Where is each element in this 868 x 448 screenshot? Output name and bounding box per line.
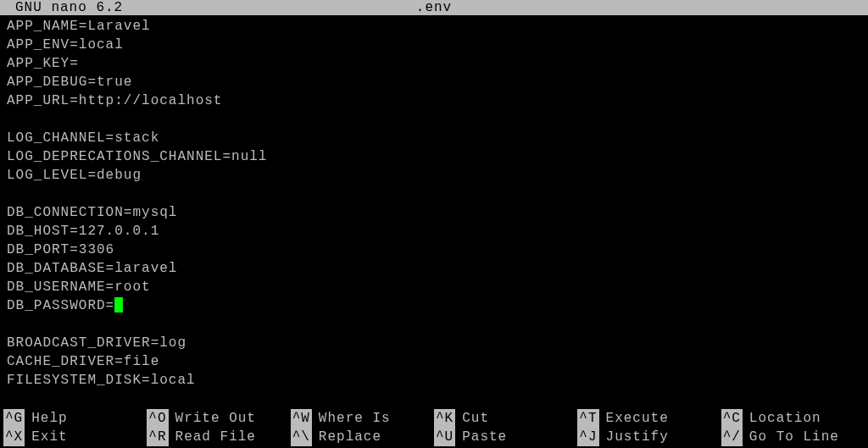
shortcut-key: ^W — [291, 409, 312, 428]
shortcut-item[interactable]: ^CLocation — [721, 409, 865, 428]
shortcut-key: ^K — [434, 409, 455, 428]
editor-line[interactable]: BROADCAST_DRIVER=log — [7, 334, 861, 352]
shortcut-key: ^X — [3, 428, 25, 446]
cursor — [114, 297, 123, 312]
shortcut-key: ^G — [3, 409, 25, 428]
line-text: APP_ENV=local — [7, 37, 124, 53]
editor-line[interactable]: APP_URL=http://localhost — [7, 91, 861, 110]
line-text: FILESYSTEM_DISK=local — [7, 373, 196, 388]
editor-line[interactable]: DB_USERNAME=root — [7, 278, 861, 296]
editor-line[interactable]: APP_NAME=Laravel — [7, 17, 861, 36]
shortcut-key: ^J — [577, 428, 598, 446]
editor-line[interactable]: DB_HOST=127.0.0.1 — [7, 222, 861, 241]
editor-line[interactable]: DB_CONNECTION=mysql — [7, 203, 861, 222]
shortcut-label: Justify — [606, 428, 669, 446]
editor-line[interactable] — [7, 185, 861, 203]
editor-line[interactable]: LOG_LEVEL=debug — [7, 166, 861, 185]
line-text: APP_NAME=Laravel — [7, 19, 151, 34]
shortcut-label: Paste — [462, 428, 507, 446]
line-text: DB_DATABASE=laravel — [7, 261, 177, 276]
shortcut-key: ^U — [434, 428, 455, 446]
editor-line[interactable]: LOG_CHANNEL=stack — [7, 129, 861, 147]
shortcut-item[interactable]: ^UPaste — [434, 428, 577, 446]
shortcut-key: ^\ — [291, 428, 312, 446]
editor-line[interactable]: FILESYSTEM_DISK=local — [7, 371, 861, 390]
shortcut-key: ^O — [147, 409, 168, 428]
editor-line[interactable]: CACHE_DRIVER=file — [7, 352, 861, 371]
shortcut-label: Location — [749, 409, 821, 428]
line-text: LOG_LEVEL=debug — [7, 168, 142, 183]
shortcut-key: ^/ — [721, 428, 743, 446]
line-text: DB_CONNECTION=mysql — [7, 205, 177, 220]
editor-line[interactable] — [7, 110, 861, 129]
shortcut-label: Write Out — [175, 409, 256, 428]
shortcut-label: Cut — [462, 409, 489, 428]
shortcut-label: Read File — [175, 428, 256, 446]
editor-line[interactable]: APP_KEY= — [7, 54, 861, 73]
shortcut-item[interactable]: ^WWhere Is — [291, 409, 434, 428]
line-text: DB_USERNAME=root — [7, 279, 151, 295]
shortcut-key: ^C — [721, 409, 743, 428]
editor-line[interactable]: DB_PASSWORD= — [7, 296, 861, 315]
shortcut-label: Exit — [31, 428, 67, 446]
line-text: LOG_DEPRECATIONS_CHANNEL=null — [7, 149, 267, 164]
editor-line[interactable]: APP_ENV=local — [7, 36, 861, 54]
filename: .env — [416, 0, 452, 15]
shortcut-item[interactable]: ^RRead File — [147, 428, 290, 446]
line-text: BROADCAST_DRIVER=log — [7, 335, 186, 351]
line-text: DB_HOST=127.0.0.1 — [7, 224, 159, 239]
shortcut-item[interactable]: ^/Go To Line — [721, 428, 865, 446]
editor-line[interactable]: LOG_DEPRECATIONS_CHANNEL=null — [7, 147, 861, 166]
shortcut-item[interactable]: ^\Replace — [291, 428, 434, 446]
line-text: APP_DEBUG=true — [7, 75, 132, 90]
shortcut-label: Where Is — [319, 409, 391, 428]
line-text: APP_URL=http://localhost — [7, 93, 222, 108]
shortcut-key: ^T — [577, 409, 598, 428]
shortcut-key: ^R — [147, 428, 168, 446]
line-text: LOG_CHANNEL=stack — [7, 130, 159, 146]
shortcut-item[interactable]: ^OWrite Out — [147, 409, 290, 428]
line-text: DB_PASSWORD= — [7, 298, 114, 313]
shortcut-label: Help — [31, 409, 67, 428]
editor-line[interactable] — [7, 315, 861, 334]
shortcut-item[interactable]: ^TExecute — [577, 409, 721, 428]
shortcut-label: Execute — [606, 409, 669, 428]
editor-line[interactable]: DB_PORT=3306 — [7, 241, 861, 259]
editor-area[interactable]: APP_NAME=LaravelAPP_ENV=localAPP_KEY=APP… — [0, 15, 868, 391]
shortcut-item[interactable]: ^KCut — [434, 409, 577, 428]
shortcut-label: Go To Line — [749, 428, 839, 446]
shortcut-item[interactable]: ^GHelp — [3, 409, 147, 428]
editor-line[interactable]: DB_DATABASE=laravel — [7, 259, 861, 278]
line-text: APP_KEY= — [7, 56, 79, 71]
editor-line[interactable]: APP_DEBUG=true — [7, 73, 861, 91]
line-text: CACHE_DRIVER=file — [7, 354, 159, 369]
shortcut-item[interactable]: ^XExit — [3, 428, 147, 446]
shortcut-bar: ^GHelp^OWrite Out^WWhere Is^KCut^TExecut… — [0, 409, 868, 448]
shortcut-item[interactable]: ^JJustify — [577, 428, 721, 446]
app-title: GNU nano 6.2 — [0, 0, 123, 15]
line-text: DB_PORT=3306 — [7, 242, 114, 257]
titlebar: GNU nano 6.2 .env — [0, 0, 868, 15]
shortcut-label: Replace — [319, 428, 381, 446]
